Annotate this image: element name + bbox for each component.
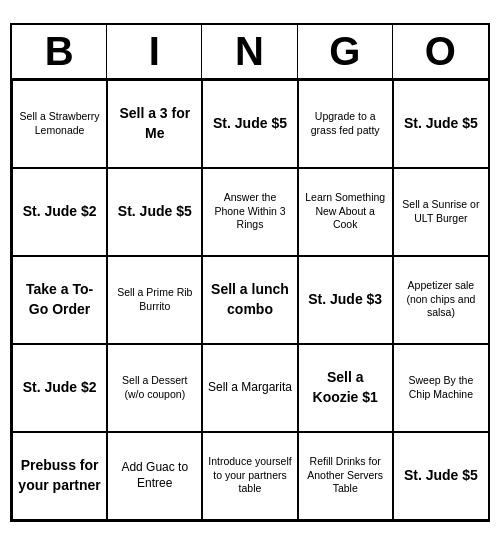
bingo-cell-7: Answer the Phone Within 3 Rings bbox=[202, 168, 297, 256]
bingo-cell-10: Take a To-Go Order bbox=[12, 256, 107, 344]
bingo-cell-text-7: Answer the Phone Within 3 Rings bbox=[207, 191, 292, 232]
bingo-cell-text-6: St. Jude $5 bbox=[118, 202, 192, 222]
bingo-cell-14: Appetizer sale (non chips and salsa) bbox=[393, 256, 488, 344]
bingo-cell-text-21: Add Guac to Entree bbox=[112, 460, 197, 491]
bingo-cell-9: Sell a Sunrise or ULT Burger bbox=[393, 168, 488, 256]
bingo-cell-21: Add Guac to Entree bbox=[107, 432, 202, 520]
bingo-cell-22: Introduce yourself to your partners tabl… bbox=[202, 432, 297, 520]
bingo-cell-3: Upgrade to a grass fed patty bbox=[298, 80, 393, 168]
bingo-grid: Sell a Strawberry LemonadeSell a 3 for M… bbox=[12, 80, 488, 520]
bingo-cell-16: Sell a Dessert (w/o coupon) bbox=[107, 344, 202, 432]
bingo-cell-text-13: St. Jude $3 bbox=[308, 290, 382, 310]
bingo-cell-text-10: Take a To-Go Order bbox=[17, 280, 102, 319]
bingo-cell-text-23: Refill Drinks for Another Servers Table bbox=[303, 455, 388, 496]
header-letter-B: B bbox=[12, 25, 107, 78]
bingo-cell-text-18: Sell a Koozie $1 bbox=[303, 368, 388, 407]
bingo-cell-4: St. Jude $5 bbox=[393, 80, 488, 168]
bingo-cell-text-12: Sell a lunch combo bbox=[207, 280, 292, 319]
bingo-cell-18: Sell a Koozie $1 bbox=[298, 344, 393, 432]
bingo-card: BINGO Sell a Strawberry LemonadeSell a 3… bbox=[10, 23, 490, 522]
bingo-cell-text-15: St. Jude $2 bbox=[23, 378, 97, 398]
header-letter-G: G bbox=[298, 25, 393, 78]
bingo-cell-text-8: Learn Something New About a Cook bbox=[303, 191, 388, 232]
header-letter-I: I bbox=[107, 25, 202, 78]
bingo-cell-text-11: Sell a Prime Rib Burrito bbox=[112, 286, 197, 313]
bingo-cell-text-22: Introduce yourself to your partners tabl… bbox=[207, 455, 292, 496]
bingo-cell-text-0: Sell a Strawberry Lemonade bbox=[17, 110, 102, 137]
bingo-cell-5: St. Jude $2 bbox=[12, 168, 107, 256]
bingo-header: BINGO bbox=[12, 25, 488, 80]
bingo-cell-0: Sell a Strawberry Lemonade bbox=[12, 80, 107, 168]
bingo-cell-text-20: Prebuss for your partner bbox=[17, 456, 102, 495]
bingo-cell-text-14: Appetizer sale (non chips and salsa) bbox=[398, 279, 484, 320]
bingo-cell-24: St. Jude $5 bbox=[393, 432, 488, 520]
bingo-cell-17: Sell a Margarita bbox=[202, 344, 297, 432]
bingo-cell-1: Sell a 3 for Me bbox=[107, 80, 202, 168]
bingo-cell-text-4: St. Jude $5 bbox=[404, 114, 478, 134]
bingo-cell-23: Refill Drinks for Another Servers Table bbox=[298, 432, 393, 520]
bingo-cell-12: Sell a lunch combo bbox=[202, 256, 297, 344]
bingo-cell-text-1: Sell a 3 for Me bbox=[112, 104, 197, 143]
bingo-cell-2: St. Jude $5 bbox=[202, 80, 297, 168]
bingo-cell-text-5: St. Jude $2 bbox=[23, 202, 97, 222]
bingo-cell-8: Learn Something New About a Cook bbox=[298, 168, 393, 256]
header-letter-N: N bbox=[202, 25, 297, 78]
bingo-cell-11: Sell a Prime Rib Burrito bbox=[107, 256, 202, 344]
bingo-cell-text-17: Sell a Margarita bbox=[208, 380, 292, 396]
bingo-cell-text-19: Sweep By the Chip Machine bbox=[398, 374, 484, 401]
bingo-cell-text-16: Sell a Dessert (w/o coupon) bbox=[112, 374, 197, 401]
bingo-cell-20: Prebuss for your partner bbox=[12, 432, 107, 520]
header-letter-O: O bbox=[393, 25, 488, 78]
bingo-cell-text-24: St. Jude $5 bbox=[404, 466, 478, 486]
bingo-cell-text-2: St. Jude $5 bbox=[213, 114, 287, 134]
bingo-cell-19: Sweep By the Chip Machine bbox=[393, 344, 488, 432]
bingo-cell-text-9: Sell a Sunrise or ULT Burger bbox=[398, 198, 484, 225]
bingo-cell-15: St. Jude $2 bbox=[12, 344, 107, 432]
bingo-cell-6: St. Jude $5 bbox=[107, 168, 202, 256]
bingo-cell-text-3: Upgrade to a grass fed patty bbox=[303, 110, 388, 137]
bingo-cell-13: St. Jude $3 bbox=[298, 256, 393, 344]
